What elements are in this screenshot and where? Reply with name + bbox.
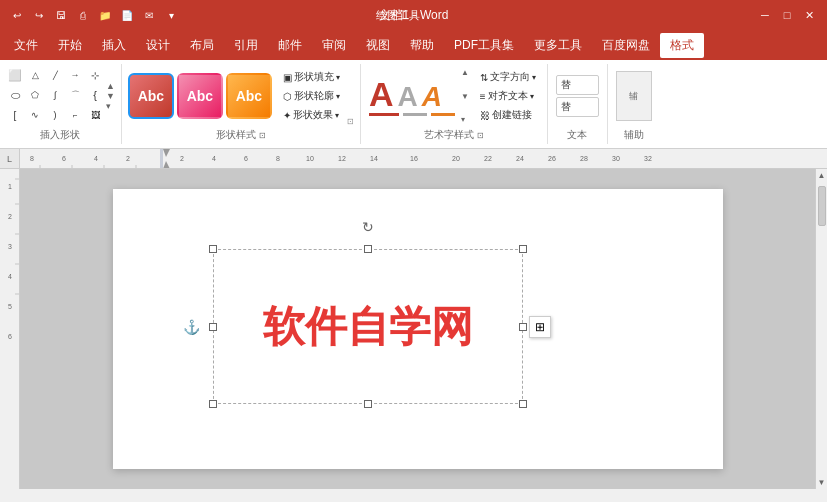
shape-outline-dropdown[interactable]: ⬡ 形状轮廓 ▾ (280, 88, 343, 104)
shape-custom1-icon[interactable]: ⌐ (66, 106, 84, 124)
shape-fill-icon: ▣ (283, 72, 292, 83)
minimize-button[interactable]: ─ (755, 5, 775, 25)
shape-triangle-icon[interactable]: △ (26, 66, 44, 84)
menu-home[interactable]: 开始 (48, 33, 92, 58)
create-link-btn[interactable]: ⛓ 创建链接 (477, 107, 539, 123)
shape-arrow-icon[interactable]: → (66, 66, 84, 84)
handle-bottom-left[interactable] (209, 400, 217, 408)
close-button[interactable]: ✕ (799, 5, 819, 25)
shape-wave-icon[interactable]: ∿ (26, 106, 44, 124)
shape-bracket-icon[interactable]: [ (6, 106, 24, 124)
shape-style-red[interactable]: Abc (128, 73, 174, 119)
svg-text:22: 22 (484, 155, 492, 162)
save-icon[interactable]: 🖫 (52, 6, 70, 24)
shape-curlybrace-icon[interactable]: ) (46, 106, 64, 124)
shape-style-pink[interactable]: Abc (177, 73, 223, 119)
document-page: ↻ ⚓ 软件自学网 ⊞ (113, 189, 723, 469)
shape-effect-icon: ✦ (283, 110, 291, 121)
shape-style-orange[interactable]: Abc (226, 73, 272, 119)
restore-button[interactable]: □ (777, 5, 797, 25)
email-icon[interactable]: ✉ (140, 6, 158, 24)
print-preview-icon[interactable]: ⎙ (74, 6, 92, 24)
svg-text:8: 8 (30, 155, 34, 162)
text-box-container[interactable]: ↻ ⚓ 软件自学网 ⊞ (213, 249, 523, 404)
align-text-btn[interactable]: ≡ 对齐文本 ▾ (477, 88, 539, 104)
shape-image-icon[interactable]: 🖼 (86, 106, 104, 124)
menu-review[interactable]: 审阅 (312, 33, 356, 58)
scrollbar-up-arrow[interactable]: ▲ (816, 169, 827, 182)
undo-icon[interactable]: ↩ (8, 6, 26, 24)
ruler-scale-h: 8 6 4 2 2 4 6 8 10 12 14 16 20 22 24 26 … (20, 149, 827, 169)
vertical-scrollbar[interactable]: ▲ ▼ (815, 169, 827, 489)
shape-brace-icon[interactable]: { (86, 86, 104, 104)
art-scroll-down[interactable]: ▼ (461, 92, 469, 101)
menu-format[interactable]: 格式 (660, 33, 704, 58)
helper-label: 辅助 (616, 128, 652, 142)
text-box[interactable]: 软件自学网 (213, 249, 523, 404)
shape-line-icon[interactable]: ╱ (46, 66, 64, 84)
shape-rect-icon[interactable]: ⬜ (6, 66, 24, 84)
art-a-gray[interactable]: A (397, 83, 417, 111)
menu-view[interactable]: 视图 (356, 33, 400, 58)
shapes-scroll-up[interactable]: ▲ (106, 81, 115, 91)
menu-design[interactable]: 设计 (136, 33, 180, 58)
art-scroll-up[interactable]: ▲ (461, 68, 469, 77)
handle-bottom-center[interactable] (364, 400, 372, 408)
svg-text:14: 14 (370, 155, 378, 162)
text-direction-arrow: ▾ (532, 73, 536, 82)
shape-curve-icon[interactable]: ∫ (46, 86, 64, 104)
menu-help[interactable]: 帮助 (400, 33, 444, 58)
handle-bottom-right[interactable] (519, 400, 527, 408)
shapes-expand[interactable]: ▾ (106, 101, 115, 111)
handle-top-left[interactable] (209, 245, 217, 253)
window-controls: ─ □ ✕ (755, 5, 819, 25)
helper-group: 辅 辅助 (608, 64, 660, 144)
align-text-arrow: ▾ (530, 92, 534, 101)
create-link-icon: ⛓ (480, 110, 490, 121)
art-expand[interactable]: ▾ (461, 115, 469, 124)
handle-top-right[interactable] (519, 245, 527, 253)
menu-insert[interactable]: 插入 (92, 33, 136, 58)
new-file-icon[interactable]: 📄 (118, 6, 136, 24)
shape-zigzag-icon[interactable]: ⌒ (66, 86, 84, 104)
art-a-orange[interactable]: A (422, 83, 442, 111)
shape-effect-dropdown[interactable]: ✦ 形状效果 ▾ (280, 107, 343, 123)
svg-text:6: 6 (244, 155, 248, 162)
menu-file[interactable]: 文件 (4, 33, 48, 58)
rotate-handle[interactable]: ↻ (360, 219, 376, 235)
shape-style-expand[interactable]: ⊡ (347, 117, 354, 126)
handle-middle-right[interactable] (519, 323, 527, 331)
menu-references[interactable]: 引用 (224, 33, 268, 58)
handle-middle-left[interactable] (209, 323, 217, 331)
shape-fill-dropdown[interactable]: ▣ 形状填充 ▾ (280, 69, 343, 85)
svg-text:4: 4 (8, 273, 12, 280)
scrollbar-thumb[interactable] (818, 186, 826, 226)
more-icon[interactable]: ▾ (162, 6, 180, 24)
open-file-icon[interactable]: 📁 (96, 6, 114, 24)
insert-shapes-label: 插入形状 (6, 128, 115, 142)
menu-mailings[interactable]: 邮件 (268, 33, 312, 58)
svg-text:2: 2 (180, 155, 184, 162)
svg-text:24: 24 (516, 155, 524, 162)
layout-options-button[interactable]: ⊞ (529, 316, 551, 338)
menu-baidu[interactable]: 百度网盘 (592, 33, 660, 58)
handle-top-center[interactable] (364, 245, 372, 253)
menu-more-tools[interactable]: 更多工具 (524, 33, 592, 58)
title-bar: ↩ ↪ 🖫 ⎙ 📁 📄 ✉ ▾ 文档1 - Word 绘图工具 ─ □ ✕ (0, 0, 827, 30)
shape-cursor-icon[interactable]: ⊹ (86, 66, 104, 84)
redo-icon[interactable]: ↪ (30, 6, 48, 24)
text-align-btn2[interactable]: 替 (556, 97, 599, 117)
art-a-red[interactable]: A (369, 77, 394, 111)
shape-pentagon-icon[interactable]: ⬠ (26, 86, 44, 104)
canvas-area: ↻ ⚓ 软件自学网 ⊞ (20, 169, 815, 489)
shapes-scroll-down[interactable]: ▼ (106, 91, 115, 101)
text-direction-btn2[interactable]: 替 (556, 75, 599, 95)
scrollbar-down-arrow[interactable]: ▼ (816, 476, 827, 489)
text-direction-btn[interactable]: ⇅ 文字方向 ▾ (477, 69, 539, 85)
menu-pdf[interactable]: PDF工具集 (444, 33, 524, 58)
shape-ellipse-icon[interactable]: ⬭ (6, 86, 24, 104)
svg-text:26: 26 (548, 155, 556, 162)
svg-text:30: 30 (612, 155, 620, 162)
ruler-corner[interactable]: L (0, 149, 20, 169)
menu-layout[interactable]: 布局 (180, 33, 224, 58)
